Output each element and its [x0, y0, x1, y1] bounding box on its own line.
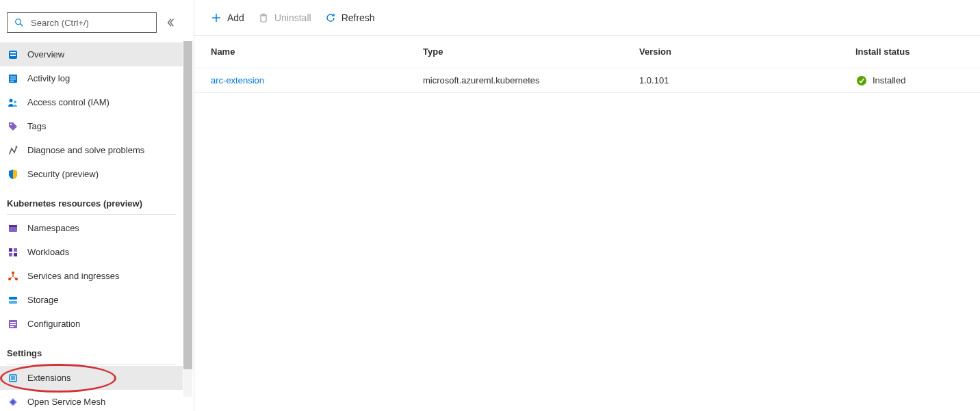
workloads-icon [7, 246, 19, 258]
sidebar-item-services-ingresses[interactable]: Services and ingresses [0, 264, 183, 288]
col-header-name[interactable]: Name [211, 47, 423, 57]
svg-point-19 [12, 271, 14, 274]
sidebar-item-security[interactable]: Security (preview) [0, 162, 183, 186]
sidebar-item-label: Access control (IAM) [27, 97, 109, 107]
sidebar-item-activity-log[interactable]: Activity log [0, 66, 183, 90]
svg-line-1 [21, 24, 23, 27]
svg-rect-14 [9, 225, 17, 227]
sidebar: Overview Activity log Access control (IA… [0, 0, 194, 411]
extension-version: 1.0.101 [639, 75, 855, 85]
sidebar-item-workloads[interactable]: Workloads [0, 240, 183, 264]
uninstall-button[interactable]: Uninstall [258, 12, 311, 23]
namespaces-icon [7, 222, 19, 235]
table-header: Name Type Version Install status [194, 36, 980, 68]
configuration-icon [7, 318, 19, 330]
search-icon [13, 16, 25, 29]
col-header-type[interactable]: Type [423, 47, 639, 57]
extension-type: microsoft.azureml.kubernetes [423, 75, 639, 85]
svg-rect-27 [10, 326, 14, 327]
uninstall-label: Uninstall [274, 12, 311, 23]
refresh-button[interactable]: Refresh [325, 12, 375, 23]
svg-rect-22 [9, 297, 17, 300]
sidebar-item-label: Open Service Mesh [27, 397, 105, 407]
add-button[interactable]: Add [211, 12, 244, 23]
sidebar-item-label: Workloads [27, 247, 69, 257]
activity-log-icon [7, 72, 19, 85]
storage-icon [7, 294, 19, 306]
sidebar-item-label: Activity log [27, 73, 70, 83]
svg-rect-6 [10, 77, 16, 77]
section-kubernetes-resources: Kubernetes resources (preview) [0, 186, 183, 213]
refresh-label: Refresh [341, 12, 375, 23]
sidebar-item-storage[interactable]: Storage [0, 288, 183, 312]
add-label: Add [227, 12, 244, 23]
search-box[interactable] [7, 12, 157, 33]
svg-point-9 [10, 98, 13, 102]
svg-rect-3 [10, 52, 16, 53]
sidebar-item-diagnose[interactable]: Diagnose and solve problems [0, 138, 183, 162]
sidebar-item-extensions[interactable]: Extensions [0, 366, 183, 390]
sidebar-item-namespaces[interactable]: Namespaces [0, 216, 183, 240]
main-content: Add Uninstall Refresh Name Type Version … [194, 0, 980, 411]
svg-rect-18 [14, 253, 17, 256]
svg-rect-34 [261, 16, 266, 22]
sidebar-item-label: Namespaces [27, 223, 79, 233]
sidebar-item-label: Services and ingresses [27, 271, 119, 281]
svg-rect-26 [10, 324, 16, 325]
svg-point-10 [14, 101, 16, 103]
search-input[interactable] [31, 18, 151, 28]
mesh-icon [7, 396, 19, 408]
sidebar-scrollbar-thumb[interactable] [183, 41, 192, 369]
access-control-icon [7, 96, 19, 109]
search-row [0, 0, 183, 42]
sidebar-item-overview[interactable]: Overview [0, 42, 183, 66]
svg-rect-8 [10, 81, 14, 81]
svg-point-11 [10, 123, 12, 124]
sidebar-item-label: Overview [27, 49, 64, 59]
divider [7, 364, 176, 364]
extensions-icon [7, 372, 19, 384]
sidebar-item-tags[interactable]: Tags [0, 114, 183, 138]
svg-point-12 [16, 146, 18, 148]
svg-rect-23 [9, 301, 17, 304]
svg-rect-29 [11, 376, 15, 380]
sidebar-scrollbar[interactable] [183, 41, 192, 397]
svg-rect-16 [14, 248, 17, 252]
svg-point-0 [16, 19, 21, 25]
sidebar-item-label: Security (preview) [27, 169, 99, 179]
success-icon [855, 75, 867, 86]
diagnose-icon [7, 144, 19, 157]
sidebar-item-label: Diagnose and solve problems [27, 145, 144, 155]
extension-name-link[interactable]: arc-extension [211, 75, 264, 85]
sidebar-item-label: Configuration [27, 319, 80, 329]
toolbar: Add Uninstall Refresh [194, 0, 980, 36]
tags-icon [7, 120, 19, 133]
sidebar-item-access-control[interactable]: Access control (IAM) [0, 90, 183, 114]
svg-rect-25 [10, 322, 16, 323]
sidebar-item-label: Extensions [27, 373, 71, 383]
svg-rect-15 [9, 248, 12, 252]
col-header-version[interactable]: Version [639, 47, 855, 57]
col-header-status[interactable]: Install status [855, 47, 964, 57]
refresh-icon [325, 12, 336, 23]
svg-rect-4 [10, 55, 16, 56]
sidebar-item-configuration[interactable]: Configuration [0, 312, 183, 336]
trash-icon [258, 12, 269, 23]
sidebar-item-label: Tags [27, 121, 46, 131]
sidebar-item-label: Storage [27, 295, 59, 305]
extensions-table: Name Type Version Install status arc-ext… [194, 36, 980, 93]
extension-status: Installed [873, 75, 905, 85]
plus-icon [211, 12, 222, 23]
sidebar-item-open-service-mesh[interactable]: Open Service Mesh [0, 390, 183, 411]
collapse-sidebar-button[interactable] [164, 16, 177, 29]
divider [7, 214, 176, 215]
svg-rect-7 [10, 79, 16, 79]
shield-icon [7, 168, 19, 181]
overview-icon [7, 49, 19, 61]
svg-rect-17 [9, 253, 12, 256]
services-icon [7, 270, 19, 282]
table-row[interactable]: arc-extension microsoft.azureml.kubernet… [194, 68, 980, 93]
section-settings: Settings [0, 336, 183, 362]
